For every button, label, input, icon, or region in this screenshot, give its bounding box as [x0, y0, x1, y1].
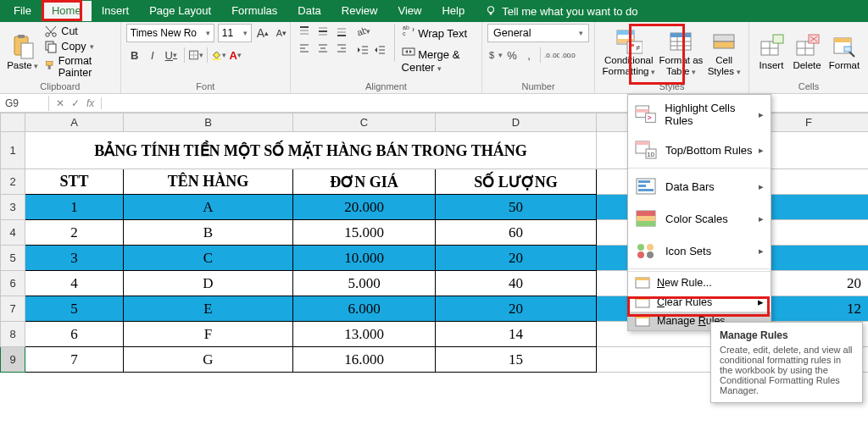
cell-D3[interactable]: 50: [436, 195, 597, 220]
tab-review[interactable]: Review: [331, 1, 388, 21]
font-size-combo[interactable]: 11▾: [218, 24, 252, 42]
font-color-button[interactable]: A: [228, 47, 243, 63]
tab-home[interactable]: Home: [42, 1, 92, 21]
tab-data[interactable]: Data: [287, 1, 331, 21]
row-header-1[interactable]: 1: [1, 132, 25, 169]
cancel-formula-icon[interactable]: ✕: [56, 97, 64, 109]
row-header-7[interactable]: 7: [1, 296, 25, 322]
col-header-b[interactable]: B: [124, 113, 293, 132]
cell-A9[interactable]: 7: [25, 347, 124, 373]
conditional-formatting-button[interactable]: ≠ Conditional Formatting: [600, 24, 658, 80]
delete-cells-button[interactable]: Delete: [788, 24, 826, 80]
borders-button[interactable]: [188, 47, 203, 63]
tab-file[interactable]: File: [3, 1, 42, 21]
cut-button[interactable]: Cut: [42, 24, 114, 39]
cf-item-data-bars[interactable]: Data Bars▸: [628, 170, 771, 202]
row-header-9[interactable]: 9: [1, 347, 25, 373]
insert-cells-button[interactable]: Insert: [754, 24, 788, 80]
underline-button[interactable]: U: [162, 47, 181, 63]
orientation-button[interactable]: ab: [355, 24, 370, 39]
comma-button[interactable]: ,: [521, 47, 537, 63]
cf-item-icon-sets[interactable]: Icon Sets▸: [628, 235, 771, 267]
cell-B8[interactable]: F: [124, 322, 293, 347]
row-header-4[interactable]: 4: [1, 220, 25, 246]
copy-button[interactable]: Copy: [42, 39, 114, 54]
select-all-corner[interactable]: [1, 113, 25, 132]
cell-A8[interactable]: 6: [25, 322, 124, 347]
cell-A7[interactable]: 5: [25, 296, 124, 322]
tab-view[interactable]: View: [387, 1, 431, 21]
align-middle-button[interactable]: [314, 24, 331, 39]
bold-button[interactable]: B: [126, 47, 143, 63]
cell-C9[interactable]: 16.000: [293, 347, 436, 373]
header-ten-hang[interactable]: TÊN HÀNG: [124, 169, 293, 195]
cell-D6[interactable]: 40: [436, 271, 597, 296]
cf-clear-rules[interactable]: Clear Rules▸: [628, 292, 771, 312]
col-header-d[interactable]: D: [436, 113, 597, 132]
cell-C8[interactable]: 13.000: [293, 322, 436, 347]
decrease-decimal-button[interactable]: .00.0: [561, 47, 576, 63]
tab-page-layout[interactable]: Page Layout: [139, 1, 221, 21]
font-name-combo[interactable]: Times New Ro▾: [126, 24, 214, 42]
align-bottom-button[interactable]: [333, 24, 350, 39]
cell-B6[interactable]: D: [124, 271, 293, 296]
align-top-button[interactable]: [296, 24, 313, 39]
increase-decimal-button[interactable]: .0.00: [544, 47, 559, 63]
format-cells-button[interactable]: Format: [826, 24, 863, 80]
cell-B9[interactable]: G: [124, 347, 293, 373]
cell-D8[interactable]: 14: [436, 322, 597, 347]
header-so-luong[interactable]: SỐ LƯỢNG: [436, 169, 597, 195]
cell-C5[interactable]: 10.000: [293, 246, 436, 271]
cell-A4[interactable]: 2: [25, 220, 124, 246]
tab-insert[interactable]: Insert: [92, 1, 140, 21]
cell-styles-button[interactable]: Cell Styles: [704, 24, 743, 80]
row-header-2[interactable]: 2: [1, 169, 25, 195]
format-as-table-button[interactable]: Format as Table: [658, 24, 705, 80]
col-header-a[interactable]: A: [25, 113, 124, 132]
col-header-c[interactable]: C: [293, 113, 436, 132]
cf-item-highlight-cells-rules[interactable]: >Highlight Cells Rules▸: [628, 95, 771, 134]
header-don-gia[interactable]: ĐƠN GIÁ: [293, 169, 436, 195]
cell-D7[interactable]: 20: [436, 296, 597, 322]
row-header-6[interactable]: 6: [1, 271, 25, 296]
tell-me-search[interactable]: Tell me what you want to do: [475, 5, 637, 18]
cell-C6[interactable]: 5.000: [293, 271, 436, 296]
cell-C4[interactable]: 15.000: [293, 220, 436, 246]
cell-D5[interactable]: 20: [436, 246, 597, 271]
fx-icon[interactable]: fx: [86, 97, 94, 109]
percent-button[interactable]: %: [504, 47, 520, 63]
cell-B7[interactable]: E: [124, 296, 293, 322]
cell-A5[interactable]: 3: [25, 246, 124, 271]
number-format-combo[interactable]: General▾: [487, 24, 589, 42]
align-center-button[interactable]: [314, 41, 331, 56]
cell-B3[interactable]: A: [124, 195, 293, 220]
cell-B4[interactable]: B: [124, 220, 293, 246]
increase-indent-button[interactable]: [372, 42, 387, 58]
cell-B5[interactable]: C: [124, 246, 293, 271]
align-left-button[interactable]: [296, 41, 313, 56]
row-header-5[interactable]: 5: [1, 246, 25, 271]
fill-color-button[interactable]: [211, 47, 226, 63]
shrink-font-button[interactable]: A▾: [274, 25, 289, 41]
row-header-3[interactable]: 3: [1, 195, 25, 220]
tab-help[interactable]: Help: [431, 1, 475, 21]
title-cell[interactable]: BẢNG TÍNH TIỀN MỘT SỐ MẶT HÀNG BÁN TRONG…: [25, 132, 597, 169]
cell-D4[interactable]: 60: [436, 220, 597, 246]
grow-font-button[interactable]: A▴: [255, 25, 270, 41]
row-header-8[interactable]: 8: [1, 322, 25, 347]
cell-A3[interactable]: 1: [25, 195, 124, 220]
merge-center-button[interactable]: Merge & Center: [402, 45, 476, 74]
align-right-button[interactable]: [333, 41, 350, 56]
accounting-format-button[interactable]: $: [487, 47, 503, 63]
format-painter-button[interactable]: Format Painter: [42, 54, 114, 80]
cell-C7[interactable]: 6.000: [293, 296, 436, 322]
cf-new-rule-[interactable]: New Rule...: [628, 274, 771, 292]
cell-C3[interactable]: 20.000: [293, 195, 436, 220]
paste-button[interactable]: Paste: [5, 24, 40, 80]
tab-formulas[interactable]: Formulas: [221, 1, 287, 21]
cell-A6[interactable]: 4: [25, 271, 124, 296]
decrease-indent-button[interactable]: [355, 42, 370, 58]
cf-item-color-scales[interactable]: Color Scales▸: [628, 202, 771, 235]
italic-button[interactable]: I: [145, 47, 160, 63]
header-stt[interactable]: STT: [25, 169, 124, 195]
